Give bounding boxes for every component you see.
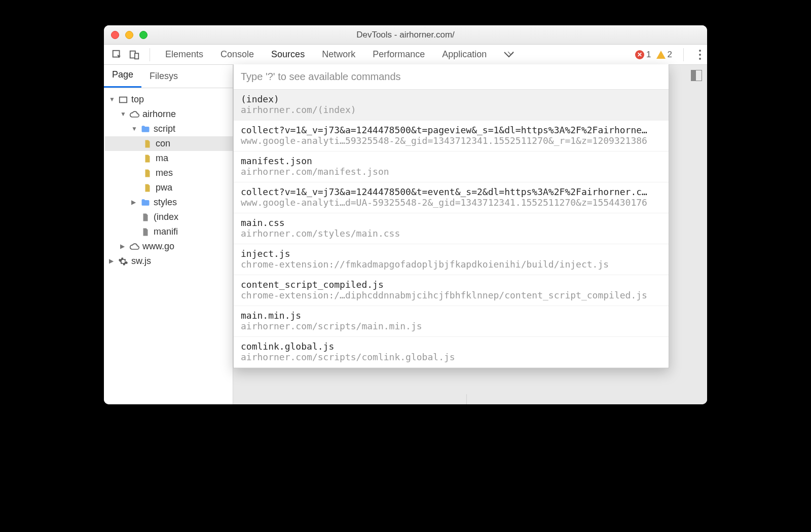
tree-file-index[interactable]: ▶ (index bbox=[105, 210, 233, 224]
error-icon: ✕ bbox=[635, 50, 644, 59]
tree-file[interactable]: con bbox=[105, 136, 233, 151]
window-title: DevTools - airhorner.com/ bbox=[104, 30, 707, 40]
tree-file[interactable]: ma bbox=[105, 151, 233, 166]
tree-folder-scripts[interactable]: ▼ script bbox=[105, 122, 233, 136]
tab-console[interactable]: Console bbox=[220, 49, 254, 60]
tree-label: www.go bbox=[142, 241, 174, 252]
result-item[interactable]: main.min.js airhorner.com/scripts/main.m… bbox=[234, 306, 669, 337]
tree-folder-styles[interactable]: ▶ styles bbox=[105, 195, 233, 210]
svg-rect-3 bbox=[120, 97, 127, 102]
result-sub: chrome-extension://fmkadmapgofadopljbjfk… bbox=[241, 259, 661, 270]
file-icon bbox=[142, 139, 153, 149]
command-menu: (index) airhorner.com/(index) collect?v=… bbox=[233, 64, 669, 368]
tree-label: con bbox=[156, 138, 170, 149]
tree-label: (index bbox=[154, 212, 178, 222]
tab-network[interactable]: Network bbox=[322, 49, 355, 60]
tree-label: sw.js bbox=[131, 256, 151, 267]
result-item[interactable]: content_script_compiled.js chrome-extens… bbox=[234, 275, 669, 306]
result-sub: www.google-analyti…59325548-2&_gid=13437… bbox=[241, 135, 661, 146]
file-icon bbox=[140, 227, 151, 237]
result-item[interactable]: collect?v=1&_v=j73&a=1244478500&t=event&… bbox=[234, 182, 669, 213]
result-title: collect?v=1&_v=j73&a=1244478500&t=event&… bbox=[241, 186, 661, 197]
panel-body: Page Filesys ▼ top ▼ airhorne ▼ scrip bbox=[104, 65, 707, 404]
folder-icon bbox=[140, 198, 151, 208]
caret-down-icon: ▼ bbox=[131, 125, 137, 132]
sidebar-tabs: Page Filesys bbox=[104, 65, 233, 88]
result-sub: airhorner.com/scripts/comlink.global.js bbox=[241, 352, 661, 362]
tab-elements[interactable]: Elements bbox=[165, 49, 203, 60]
caret-down-icon: ▼ bbox=[109, 96, 115, 103]
editor-area: (index) airhorner.com/(index) collect?v=… bbox=[233, 65, 707, 404]
more-tabs-icon[interactable] bbox=[502, 48, 516, 62]
divider bbox=[150, 48, 150, 61]
frame-icon bbox=[118, 95, 128, 105]
tree-label: pwa bbox=[156, 182, 172, 193]
tree-label: airhorne bbox=[142, 109, 176, 120]
sources-sidebar: Page Filesys ▼ top ▼ airhorne ▼ scrip bbox=[104, 65, 233, 404]
tree-domain-google[interactable]: ▶ www.go bbox=[105, 239, 233, 254]
caret-down-icon: ▼ bbox=[120, 110, 126, 118]
command-input-wrap bbox=[234, 64, 669, 90]
result-title: content_script_compiled.js bbox=[241, 279, 661, 290]
main-tabbar: Elements Console Sources Network Perform… bbox=[104, 45, 707, 65]
error-count[interactable]: ✕ 1 2 bbox=[635, 50, 672, 60]
tree-domain-airhorner[interactable]: ▼ airhorne bbox=[105, 107, 233, 122]
divider bbox=[683, 48, 684, 61]
result-sub: www.google-analyti…d=UA-59325548-2&_gid=… bbox=[241, 197, 661, 208]
tree-service-worker[interactable]: ▶ sw.js bbox=[105, 254, 233, 269]
tab-application[interactable]: Application bbox=[442, 49, 487, 60]
result-title: (index) bbox=[241, 94, 661, 104]
warning-icon bbox=[656, 51, 666, 59]
result-title: main.min.js bbox=[241, 310, 661, 321]
folder-icon bbox=[140, 124, 151, 134]
inspect-icon[interactable] bbox=[110, 48, 124, 62]
result-sub: airhorner.com/manifest.json bbox=[241, 166, 661, 177]
warning-number: 2 bbox=[668, 50, 672, 60]
settings-menu-icon[interactable] bbox=[699, 50, 701, 60]
result-title: inject.js bbox=[241, 248, 661, 259]
tree-label: mes bbox=[156, 168, 173, 178]
result-sub: chrome-extension:/…diphcddnnabmjcihcjfbh… bbox=[241, 290, 661, 300]
titlebar: DevTools - airhorner.com/ bbox=[104, 25, 707, 45]
tree-file[interactable]: mes bbox=[105, 166, 233, 180]
caret-right-icon: ▶ bbox=[131, 199, 137, 206]
tree-label: top bbox=[131, 94, 144, 105]
svg-rect-2 bbox=[135, 53, 138, 59]
result-title: collect?v=1&_v=j73&a=1244478500&t=pagevi… bbox=[241, 125, 661, 135]
result-item[interactable]: comlink.global.js airhorner.com/scripts/… bbox=[234, 337, 669, 368]
file-icon bbox=[142, 168, 153, 178]
vertical-splitter[interactable] bbox=[466, 394, 467, 404]
cloud-icon bbox=[129, 109, 139, 120]
panel-tabs: Elements Console Sources Network Perform… bbox=[165, 49, 487, 60]
result-item[interactable]: (index) airhorner.com/(index) bbox=[234, 90, 669, 121]
file-icon bbox=[142, 154, 153, 164]
file-icon bbox=[140, 212, 151, 222]
subtab-filesystem[interactable]: Filesys bbox=[141, 66, 186, 88]
tree-label: ma bbox=[156, 153, 168, 164]
tree-frame-top[interactable]: ▼ top bbox=[105, 92, 233, 107]
tree-label: script bbox=[154, 124, 175, 134]
device-toggle-icon[interactable] bbox=[127, 48, 141, 62]
devtools-window: DevTools - airhorner.com/ Elements Conso… bbox=[104, 25, 707, 404]
gear-icon bbox=[118, 256, 128, 267]
tree-file[interactable]: pwa bbox=[105, 180, 233, 195]
result-title: main.css bbox=[241, 217, 661, 228]
cloud-icon bbox=[129, 242, 139, 252]
result-title: comlink.global.js bbox=[241, 341, 661, 352]
result-sub: airhorner.com/scripts/main.min.js bbox=[241, 321, 661, 331]
result-item[interactable]: collect?v=1&_v=j73&a=1244478500&t=pagevi… bbox=[234, 121, 669, 151]
tab-performance[interactable]: Performance bbox=[373, 49, 425, 60]
tab-sources[interactable]: Sources bbox=[271, 49, 305, 60]
tree-file-manifest[interactable]: ▶ manifi bbox=[105, 224, 233, 239]
command-input[interactable] bbox=[241, 71, 661, 83]
subtab-page[interactable]: Page bbox=[104, 64, 141, 88]
file-tree: ▼ top ▼ airhorne ▼ script con bbox=[104, 88, 233, 269]
result-item[interactable]: inject.js chrome-extension://fmkadmapgof… bbox=[234, 244, 669, 275]
tree-label: styles bbox=[154, 197, 177, 208]
result-item[interactable]: main.css airhorner.com/styles/main.css bbox=[234, 213, 669, 244]
caret-right-icon: ▶ bbox=[120, 243, 126, 250]
toggle-pane-icon[interactable] bbox=[691, 70, 702, 81]
result-item[interactable]: manifest.json airhorner.com/manifest.jso… bbox=[234, 151, 669, 182]
command-results: (index) airhorner.com/(index) collect?v=… bbox=[234, 90, 669, 368]
tree-label: manifi bbox=[154, 226, 178, 237]
